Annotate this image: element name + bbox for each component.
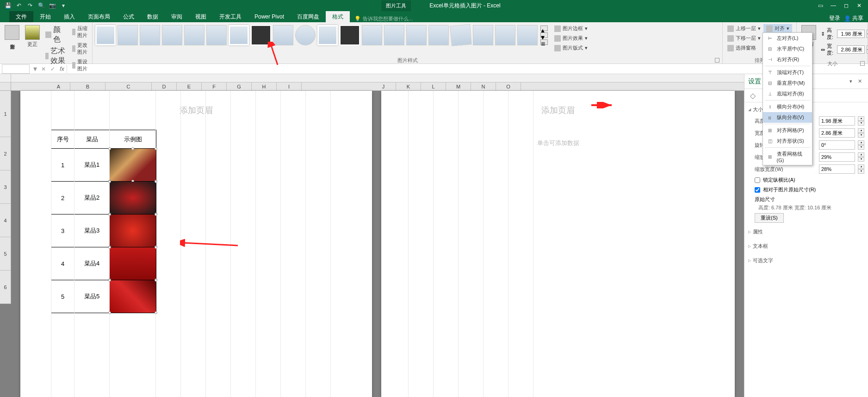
row-header[interactable]: 2: [0, 137, 11, 170]
col-header[interactable]: C: [105, 82, 152, 90]
style-item[interactable]: [184, 25, 205, 45]
lock-aspect-checkbox[interactable]: [755, 177, 760, 183]
minimize-icon[interactable]: —: [827, 1, 839, 10]
width-input[interactable]: [837, 45, 865, 54]
row-header[interactable]: 5: [0, 237, 11, 271]
send-backward-button[interactable]: 下移一层 ▾: [725, 34, 763, 43]
col-header[interactable]: A: [47, 82, 70, 90]
undo-icon[interactable]: ↶: [15, 2, 23, 9]
redo-icon[interactable]: ↷: [26, 2, 34, 9]
prop-width-input[interactable]: [819, 128, 855, 138]
tell-me-search[interactable]: 💡 告诉我您想要做什么...: [354, 15, 413, 22]
remove-background-button[interactable]: 删除背景: [2, 24, 22, 54]
prop-rotation-input[interactable]: [819, 140, 855, 150]
dish-image[interactable]: [110, 182, 156, 214]
view-gridlines[interactable]: ⊞查看网格线(G): [763, 149, 812, 165]
style-item[interactable]: [428, 25, 449, 45]
spin-down[interactable]: ▾: [858, 133, 864, 138]
camera-icon[interactable]: 📷: [48, 2, 56, 9]
height-input[interactable]: [837, 30, 865, 38]
align-button[interactable]: 对齐 ▾: [763, 24, 792, 33]
gallery-down-arrow[interactable]: ▾: [540, 32, 548, 38]
table-cell[interactable]: [110, 182, 156, 214]
style-item[interactable]: [295, 25, 316, 45]
spin-down[interactable]: ▾: [858, 145, 864, 150]
maximize-icon[interactable]: ◻: [840, 1, 852, 10]
snap-to-grid[interactable]: ⊞对齐网格(P): [763, 125, 812, 136]
table-cell[interactable]: 4: [51, 247, 74, 280]
tab-format[interactable]: 格式: [326, 11, 350, 22]
pane-dropdown-icon[interactable]: ▾: [849, 78, 856, 85]
add-data-placeholder[interactable]: 单击可添加数据: [381, 120, 735, 147]
ribbon-options-icon[interactable]: ▭: [814, 1, 826, 10]
dish-image[interactable]: [110, 280, 156, 313]
col-header[interactable]: H: [252, 82, 277, 90]
size-launcher[interactable]: [860, 61, 865, 66]
distribute-h[interactable]: ⫴横向分布(H): [763, 101, 812, 112]
style-item[interactable]: [118, 25, 138, 45]
col-header[interactable]: F: [202, 82, 227, 90]
spin-up[interactable]: ▴: [858, 164, 864, 169]
style-item[interactable]: [384, 25, 404, 45]
style-item[interactable]: [140, 25, 160, 45]
reset-size-button[interactable]: 重设(S): [755, 213, 784, 223]
style-item[interactable]: [206, 25, 227, 45]
table-cell[interactable]: 3: [51, 214, 74, 247]
col-header[interactable]: G: [227, 82, 252, 90]
fill-line-tab-icon[interactable]: ◇: [748, 91, 757, 100]
dish-image[interactable]: [110, 149, 156, 181]
align-middle[interactable]: ⊟垂直居中(M): [763, 78, 812, 88]
style-item[interactable]: [317, 25, 338, 45]
row-header[interactable]: 6: [0, 271, 11, 304]
table-header[interactable]: 序号: [51, 130, 74, 149]
col-header[interactable]: D: [152, 82, 177, 90]
table-cell[interactable]: [110, 247, 156, 280]
spin-down[interactable]: ▾: [858, 121, 864, 126]
spin-up[interactable]: ▴: [858, 116, 864, 121]
style-item[interactable]: [162, 25, 182, 45]
style-item[interactable]: [517, 25, 538, 45]
table-cell[interactable]: [110, 214, 156, 247]
properties-section-toggle[interactable]: ▷ 属性: [748, 227, 864, 237]
save-icon[interactable]: 💾: [4, 2, 12, 9]
login-link[interactable]: 登录: [829, 14, 840, 22]
styles-launcher[interactable]: [715, 58, 719, 63]
align-right[interactable]: ⊣右对齐(R): [763, 54, 812, 65]
align-bottom[interactable]: ⊥底端对齐(B): [763, 88, 812, 99]
style-item[interactable]: [473, 25, 493, 45]
align-top[interactable]: ⊤顶端对齐(T): [763, 67, 812, 78]
col-header[interactable]: O: [496, 82, 521, 90]
picture-styles-gallery[interactable]: ▴ ▾ ≡: [94, 24, 549, 46]
color-button[interactable]: 颜色: [43, 24, 69, 45]
picture-layout-button[interactable]: 图片版式 ▾: [552, 44, 590, 52]
col-header[interactable]: I: [277, 82, 302, 90]
tab-insert[interactable]: 插入: [57, 11, 81, 22]
share-button[interactable]: 👤 共享: [844, 14, 863, 22]
table-cell[interactable]: 菜品1: [74, 149, 110, 182]
col-header[interactable]: N: [471, 82, 496, 90]
table-cell[interactable]: 菜品2: [74, 182, 110, 214]
col-header[interactable]: E: [177, 82, 202, 90]
col-header[interactable]: J: [371, 82, 396, 90]
tab-view[interactable]: 视图: [189, 11, 213, 22]
table-cell[interactable]: 菜品5: [74, 280, 110, 313]
pane-close-icon[interactable]: ✕: [858, 78, 864, 85]
col-header[interactable]: M: [446, 82, 471, 90]
table-cell[interactable]: 菜品4: [74, 247, 110, 280]
prop-height-input[interactable]: [819, 116, 855, 126]
artistic-effects-button[interactable]: 艺术效果: [43, 45, 69, 67]
col-header[interactable]: K: [396, 82, 421, 90]
tab-baidu[interactable]: 百度网盘: [291, 11, 326, 22]
tab-formulas[interactable]: 公式: [117, 11, 141, 22]
style-item[interactable]: [229, 25, 249, 45]
close-icon[interactable]: ✕: [853, 1, 865, 10]
style-item[interactable]: [95, 25, 116, 45]
tab-file[interactable]: 文件: [9, 11, 33, 22]
change-picture-button[interactable]: 更改图片: [69, 41, 90, 57]
style-item[interactable]: [362, 25, 382, 45]
style-item[interactable]: [495, 25, 515, 45]
table-header[interactable]: 示例图: [110, 130, 156, 149]
table-cell[interactable]: 菜品3: [74, 214, 110, 247]
reset-picture-button[interactable]: 重设图片: [69, 57, 90, 73]
align-center-h[interactable]: ⊟水平居中(C): [763, 44, 812, 54]
